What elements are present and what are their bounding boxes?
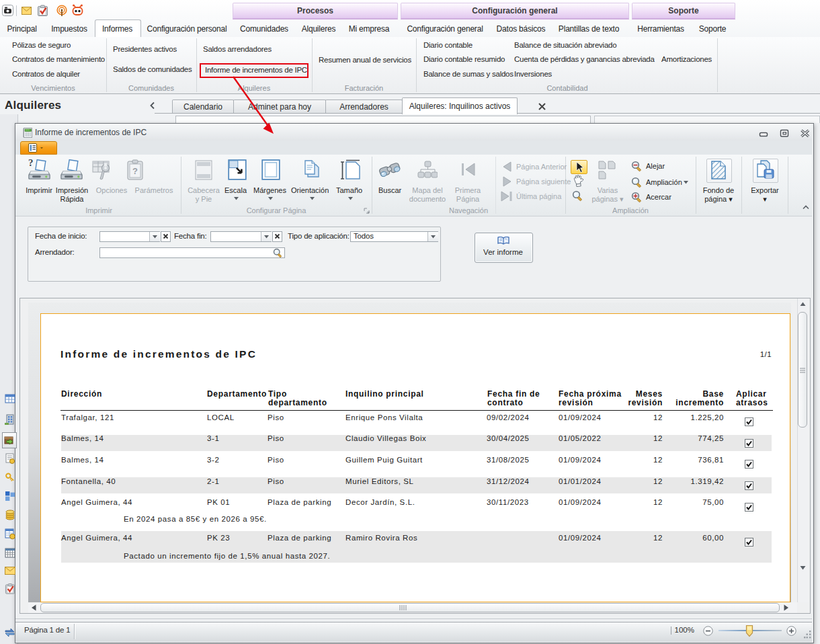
svg-text:?: ?: [132, 166, 138, 176]
